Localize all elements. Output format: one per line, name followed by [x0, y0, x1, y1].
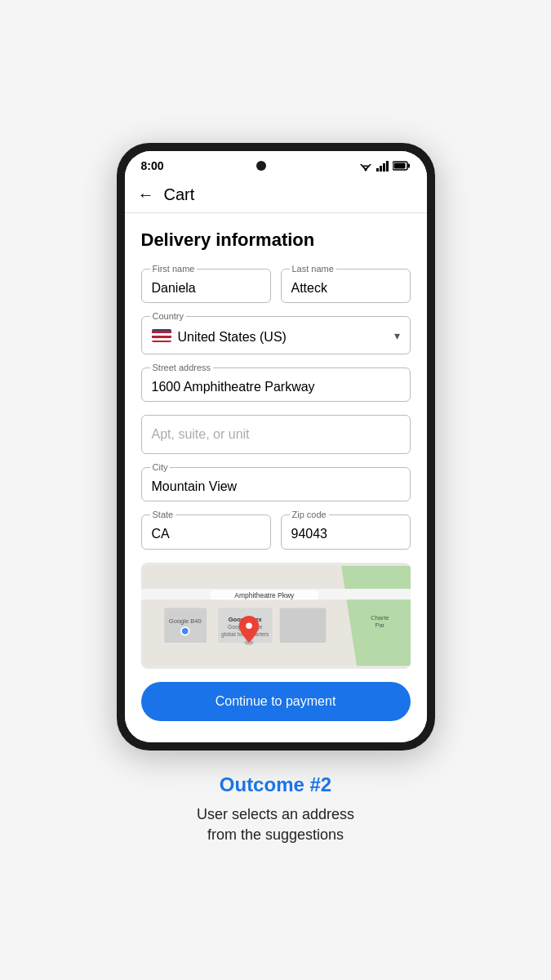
zip-value: 94043 [291, 525, 400, 543]
section-title: Delivery information [141, 229, 411, 251]
svg-point-26 [181, 627, 189, 635]
app-content: Delivery information First name Daniela … [125, 213, 427, 742]
battery-icon [393, 161, 411, 171]
map-container: Amphitheatre Pkwy Google B40 Googleplex … [141, 563, 411, 669]
map-svg: Amphitheatre Pkwy Google B40 Googleplex … [141, 563, 411, 669]
country-label: Country [150, 311, 187, 321]
phone-device: 8:00 [117, 143, 435, 751]
svg-text:Par: Par [375, 621, 384, 629]
camera-notch [256, 161, 266, 171]
last-name-label: Last name [290, 264, 336, 274]
apt-placeholder: Apt, suite, or unit [152, 427, 250, 441]
app-header: ← Cart [125, 177, 427, 213]
first-name-field[interactable]: First name Daniela [141, 269, 271, 303]
last-name-field[interactable]: Last name Atteck [281, 269, 411, 303]
svg-rect-19 [279, 608, 326, 642]
svg-text:Charle: Charle [371, 613, 389, 621]
country-value: United States (US) [178, 328, 287, 346]
svg-rect-11 [407, 163, 410, 167]
city-label: City [150, 462, 171, 472]
status-bar: 8:00 [125, 151, 427, 177]
zip-field[interactable]: Zip code 94043 [281, 514, 411, 549]
svg-text:Amphitheatre Pkwy: Amphitheatre Pkwy [234, 591, 295, 599]
svg-point-4 [364, 168, 367, 171]
apt-field[interactable]: Apt, suite, or unit [141, 415, 411, 454]
wifi-icon [358, 160, 373, 172]
name-row: First name Daniela Last name Atteck [141, 269, 411, 303]
signal-icon [376, 160, 389, 172]
first-name-value: Daniela [152, 279, 260, 297]
state-zip-row: State CA Zip code 94043 [141, 514, 411, 549]
city-row: City Mountain View [141, 467, 411, 501]
outcome-description: User selects an addressfrom the suggesti… [197, 804, 354, 845]
street-value: 1600 Amphitheatre Parkway [152, 378, 400, 396]
outcome-section: Outcome #2 User selects an addressfrom t… [197, 773, 354, 845]
state-value: CA [152, 525, 260, 543]
phone-screen: 8:00 [125, 151, 427, 742]
svg-rect-5 [376, 168, 379, 172]
svg-rect-7 [383, 163, 385, 172]
street-label: Street address [150, 363, 214, 372]
header-title: Cart [164, 185, 195, 204]
country-row: Country United States (US) ▾ [141, 316, 411, 354]
city-field[interactable]: City Mountain View [141, 467, 411, 501]
us-flag-icon [152, 329, 171, 342]
last-name-value: Atteck [291, 279, 400, 297]
svg-point-28 [246, 622, 252, 629]
status-time: 8:00 [141, 159, 164, 172]
status-icons [358, 160, 411, 172]
svg-rect-10 [393, 163, 405, 168]
svg-text:Google B40: Google B40 [168, 617, 201, 625]
street-row: Street address 1600 Amphitheatre Parkway [141, 368, 411, 402]
country-field[interactable]: Country United States (US) ▾ [141, 316, 411, 354]
continue-button[interactable]: Continue to payment [141, 682, 411, 721]
svg-rect-17 [164, 608, 207, 642]
state-label: State [150, 510, 176, 519]
zip-label: Zip code [290, 510, 329, 519]
first-name-label: First name [150, 264, 198, 274]
svg-rect-6 [380, 166, 382, 172]
street-field[interactable]: Street address 1600 Amphitheatre Parkway [141, 368, 411, 402]
outcome-title: Outcome #2 [197, 773, 354, 796]
dropdown-arrow-icon: ▾ [394, 329, 400, 342]
back-button[interactable]: ← [138, 185, 154, 204]
city-value: Mountain View [152, 478, 400, 496]
page-wrapper: 8:00 [0, 0, 551, 980]
svg-rect-8 [386, 161, 389, 172]
state-field[interactable]: State CA [141, 514, 271, 549]
